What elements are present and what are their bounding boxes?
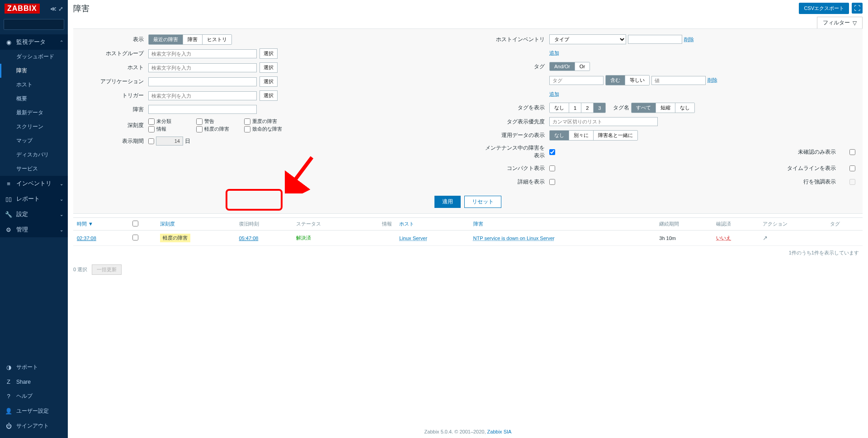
tag-priority-input[interactable]: [549, 117, 658, 126]
sev-high[interactable]: 重度の障害: [244, 118, 289, 125]
age-checkbox[interactable]: [148, 138, 154, 144]
show-tags-3-button[interactable]: 3: [594, 103, 605, 113]
row-host-link[interactable]: Linux Server: [399, 235, 427, 241]
hostgroup-label: ホストグループ: [80, 50, 148, 57]
tagname-label: タグ名: [613, 104, 629, 112]
kiosk-mode-icon[interactable]: ⛶: [852, 3, 863, 14]
th-problem[interactable]: 障害: [470, 218, 656, 231]
sidebar-item-latest[interactable]: 最新データ: [0, 106, 68, 120]
tag-delete-link[interactable]: 削除: [708, 77, 717, 84]
show-tags-2-button[interactable]: 2: [581, 103, 594, 113]
mass-update-button[interactable]: 一括更新: [92, 264, 122, 275]
trigger-select-button[interactable]: 選択: [259, 90, 278, 101]
filter-icon: ▽: [853, 20, 857, 26]
action-icon[interactable]: ↗: [763, 235, 768, 241]
sidebar-item-services[interactable]: サービス: [0, 162, 68, 176]
inventory-type-select[interactable]: タイプ: [549, 34, 626, 44]
row-ack-link[interactable]: いいえ: [716, 235, 731, 240]
show-tags-none-button[interactable]: なし: [550, 103, 569, 113]
sidebar-item-maps[interactable]: マップ: [0, 134, 68, 148]
tagname-all-button[interactable]: すべて: [632, 103, 656, 113]
th-info: 情報: [360, 218, 396, 231]
application-select-button[interactable]: 選択: [259, 76, 278, 87]
menu-label: レポート: [16, 195, 40, 203]
tag-value-input[interactable]: [651, 76, 706, 85]
apply-button[interactable]: 適用: [434, 196, 461, 208]
highlight-label: 行を強調表示: [786, 178, 836, 186]
highlight-checkbox[interactable]: [849, 179, 855, 185]
tag-name-input[interactable]: [549, 76, 604, 85]
sidebar-search: 🔍: [4, 19, 64, 30]
compact-checkbox[interactable]: [549, 165, 555, 171]
zabbix-logo[interactable]: ZABBIX: [5, 4, 40, 14]
footer-share[interactable]: Z Share: [0, 375, 68, 389]
footer-signout[interactable]: ⏻ サインアウト: [0, 419, 68, 433]
row-checkbox[interactable]: [132, 235, 138, 240]
tagname-short-button[interactable]: 短縮: [656, 103, 675, 113]
show-problems-button[interactable]: 障害: [183, 35, 203, 44]
sidebar-item-dashboard[interactable]: ダッシュボード: [0, 50, 68, 64]
sev-warning[interactable]: 警告: [196, 118, 241, 125]
footer-support[interactable]: ◑ サポート: [0, 360, 68, 375]
trigger-input[interactable]: [148, 91, 257, 100]
host-select-button[interactable]: 選択: [259, 62, 278, 73]
age-days-input[interactable]: [156, 137, 183, 146]
sidebar-item-discovery[interactable]: ディスカバリ: [0, 148, 68, 162]
sidebar-collapse-icon[interactable]: ≪ ⤢: [50, 5, 63, 12]
show-history-button[interactable]: ヒストリ: [203, 35, 231, 44]
chevron-up-icon: ⌃: [60, 40, 63, 45]
menu-admin[interactable]: ⚙ 管理 ⌄: [0, 222, 68, 237]
th-host[interactable]: ホスト: [396, 218, 469, 231]
row-problem-link[interactable]: NTP service is down on Linux Server: [473, 235, 555, 241]
show-recent-button[interactable]: 最近の障害: [149, 35, 183, 44]
tag-equals-button[interactable]: 等しい: [625, 75, 649, 85]
application-input[interactable]: [148, 77, 257, 86]
details-checkbox[interactable]: [549, 179, 555, 185]
problem-input[interactable]: [148, 105, 257, 114]
th-time[interactable]: 時間 ▼: [73, 218, 129, 231]
menu-reports[interactable]: ▯▯ レポート ⌄: [0, 191, 68, 207]
filter-tab[interactable]: フィルター ▽: [817, 17, 863, 28]
details-label: 詳細を表示: [481, 178, 549, 186]
sev-average[interactable]: 軽度の障害: [196, 126, 241, 132]
opdata-withname-button[interactable]: 障害名と一緒に: [594, 131, 637, 140]
sidebar-item-overview[interactable]: 概要: [0, 92, 68, 106]
timeline-checkbox[interactable]: [849, 165, 855, 171]
hostgroup-input[interactable]: [148, 49, 257, 58]
row-recovery-link[interactable]: 05:47:08: [239, 235, 259, 241]
sev-disaster[interactable]: 致命的な障害: [244, 126, 289, 132]
tag-add-link[interactable]: 追加: [549, 91, 559, 98]
footer-help[interactable]: ? ヘルプ: [0, 389, 68, 404]
footer-user[interactable]: 👤 ユーザー設定: [0, 404, 68, 419]
unack-checkbox[interactable]: [849, 149, 855, 155]
sidebar-item-problems[interactable]: 障害: [0, 64, 68, 78]
inventory-add-link[interactable]: 追加: [549, 50, 559, 57]
menu-inventory[interactable]: ≡ インベントリ ⌄: [0, 176, 68, 191]
inventory-delete-link[interactable]: 削除: [684, 36, 694, 43]
show-tags-1-button[interactable]: 1: [569, 103, 581, 113]
opdata-none-button[interactable]: なし: [550, 131, 569, 140]
row-time-link[interactable]: 02:37:08: [77, 235, 96, 241]
host-input[interactable]: [148, 63, 257, 72]
reset-button[interactable]: リセット: [464, 196, 501, 208]
select-all-checkbox[interactable]: [132, 221, 138, 226]
csv-export-button[interactable]: CSVエクスポート: [799, 3, 849, 14]
hostgroup-select-button[interactable]: 選択: [259, 48, 278, 59]
menu-config[interactable]: 🔧 設定 ⌄: [0, 207, 68, 222]
sidebar-item-screens[interactable]: スクリーン: [0, 120, 68, 134]
zabbix-sia-link[interactable]: Zabbix SIA: [487, 429, 512, 434]
sidebar-item-hosts[interactable]: ホスト: [0, 78, 68, 92]
th-severity[interactable]: 深刻度: [156, 218, 235, 231]
inventory-value-input[interactable]: [628, 35, 682, 44]
menu-monitoring[interactable]: ◉ 監視データ ⌃: [0, 34, 68, 50]
maintenance-checkbox[interactable]: [549, 149, 555, 155]
search-input[interactable]: [4, 19, 77, 29]
power-icon: ⏻: [5, 423, 13, 429]
tag-contains-button[interactable]: 含む: [606, 75, 625, 85]
sev-info[interactable]: 情報: [148, 126, 193, 132]
sev-notclassified[interactable]: 未分類: [148, 118, 193, 125]
tags-or-button[interactable]: Or: [575, 62, 590, 71]
tags-andor-button[interactable]: And/Or: [550, 62, 575, 71]
tagname-none-button[interactable]: なし: [675, 103, 694, 113]
opdata-separate-button[interactable]: 別々に: [569, 131, 594, 140]
